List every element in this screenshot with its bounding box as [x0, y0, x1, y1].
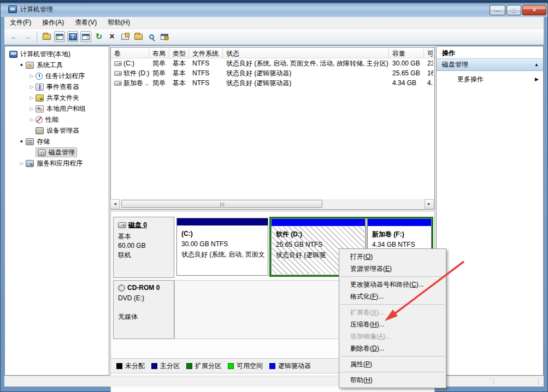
- cdrom-status: 无媒体: [118, 312, 170, 322]
- menu-item-explorer[interactable]: 资源管理器(E): [339, 263, 446, 275]
- cdrom-drive: DVD (E:): [118, 294, 170, 303]
- menu-item-delete-volume[interactable]: 删除卷(D)...: [339, 342, 446, 354]
- submenu-arrow-icon: ▶: [535, 76, 539, 82]
- console-settings-icon[interactable]: [159, 31, 170, 42]
- column-layout[interactable]: 布局: [149, 47, 169, 58]
- tree-item-shared-folders[interactable]: ▷ 共享文件夹: [5, 92, 109, 103]
- extended-swatch: [186, 363, 192, 369]
- collapsed-arrow-icon[interactable]: ▷: [28, 95, 36, 100]
- volume-icon: [114, 61, 122, 66]
- tree-item-local-users-groups[interactable]: ▷ 本地用户和组: [5, 103, 109, 114]
- collapse-icon[interactable]: ▲: [534, 62, 539, 67]
- column-capacity[interactable]: 容量: [389, 47, 424, 58]
- menu-separator: [340, 372, 445, 372]
- properties-icon[interactable]: [120, 31, 131, 42]
- actions-pane: 操作 磁盘管理 ▲ 更多操作 ▶: [436, 46, 544, 376]
- disk0-size: 60.00 GB: [118, 241, 170, 251]
- toolbar-separator: [37, 31, 37, 42]
- logical-drive-swatch: [269, 363, 275, 369]
- tree-item-storage[interactable]: ▲ 存储: [5, 136, 109, 147]
- device-manager-icon: [36, 127, 44, 134]
- volume-row-d[interactable]: 软件 (D:) 简单 基本 NTFS 状态良好 (逻辑驱动器) 25.65 GB…: [111, 68, 434, 78]
- menu-item-format[interactable]: 格式化(F)...: [339, 290, 446, 302]
- maximize-button[interactable]: □: [506, 5, 521, 15]
- expanded-arrow-icon[interactable]: ▲: [18, 139, 26, 144]
- tree-item-device-manager[interactable]: 设备管理器: [5, 125, 109, 136]
- computer-icon: [9, 51, 17, 58]
- volume-icon: [114, 81, 122, 86]
- column-status[interactable]: 状态: [223, 47, 389, 58]
- disk0-status: 联机: [118, 251, 170, 260]
- help-icon[interactable]: ?: [67, 31, 78, 42]
- menu-item-add-mirror: 添加镜像(A)...: [339, 330, 446, 342]
- menu-item-properties[interactable]: 属性(P): [339, 358, 446, 370]
- logical-drive-strip: [272, 219, 365, 226]
- primary-partition-strip: [177, 218, 268, 225]
- tree-item-system-tools[interactable]: ▲ 系统工具: [5, 60, 109, 70]
- scroll-left-icon[interactable]: ◄: [110, 199, 120, 209]
- tree-item-performance[interactable]: ▷ 性能: [5, 114, 109, 125]
- cdrom-info[interactable]: CD-ROM 0 DVD (E:) 无媒体: [113, 280, 174, 339]
- tree-item-disk-management[interactable]: 磁盘管理: [5, 147, 109, 158]
- menu-view[interactable]: 查看(V): [69, 17, 102, 28]
- menu-help[interactable]: 帮助(H): [102, 17, 135, 28]
- menu-separator: [340, 356, 445, 357]
- collapsed-arrow-icon[interactable]: ▷: [28, 73, 36, 79]
- collapsed-arrow-icon[interactable]: ▷: [28, 117, 36, 122]
- tree-item-task-scheduler[interactable]: ▷ 任务计划程序: [5, 70, 109, 81]
- action-pane-toggle-icon[interactable]: [80, 31, 91, 42]
- free-space-swatch: [228, 363, 234, 369]
- close-button[interactable]: ×: [522, 5, 546, 15]
- back-icon[interactable]: ←: [9, 31, 20, 42]
- selected-tree-item: 磁盘管理: [36, 147, 77, 157]
- volume-icon: [114, 71, 122, 76]
- menu-item-extend-volume: 扩展卷(X)...: [339, 306, 446, 318]
- scroll-right-icon[interactable]: ►: [425, 199, 434, 209]
- menu-action[interactable]: 操作(A): [37, 17, 69, 28]
- volume-list-header: 卷 布局 类型 文件系统 状态 容量 可: [111, 47, 434, 58]
- column-type[interactable]: 类型: [169, 47, 189, 58]
- delete-icon[interactable]: ×: [107, 31, 117, 42]
- horizontal-scrollbar[interactable]: ◄ ►: [110, 199, 434, 209]
- scrollbar-thumb[interactable]: [121, 200, 322, 208]
- search-icon[interactable]: [146, 31, 157, 42]
- tree-item-event-viewer[interactable]: ▷ 事件查看器: [5, 81, 109, 92]
- menu-item-change-drive-letter[interactable]: 更改驱动器号和路径(C)...: [339, 278, 446, 290]
- harddisk-icon: [118, 222, 126, 228]
- shared-folder-icon: [36, 94, 44, 102]
- tree-item-computer-management[interactable]: 计算机管理(本地): [5, 49, 109, 60]
- console-tree-toggle-icon[interactable]: [54, 31, 65, 42]
- volume-list: 卷 布局 类型 文件系统 状态 容量 可 (C:) 简单 基本 NTFS 状态良…: [110, 47, 435, 210]
- app-icon: [8, 5, 17, 13]
- show-console-tree-icon[interactable]: [41, 31, 52, 42]
- more-actions-item[interactable]: 更多操作 ▶: [437, 73, 543, 85]
- collapsed-arrow-icon[interactable]: ▷: [18, 161, 26, 166]
- legend-logical-drive: 逻辑驱动器: [269, 361, 311, 371]
- column-volume[interactable]: 卷: [111, 47, 149, 58]
- forward-icon[interactable]: →: [22, 31, 33, 42]
- actions-section-disk-management[interactable]: 磁盘管理 ▲: [437, 58, 543, 71]
- logical-drive-strip: [368, 219, 431, 226]
- partition-c[interactable]: (C:) 30.00 GB NTFS 状态良好 (系统, 启动, 页面文: [176, 218, 268, 276]
- primary-swatch: [151, 363, 157, 369]
- volume-row-c[interactable]: (C:) 简单 基本 NTFS 状态良好 (系统, 启动, 页面文件, 活动, …: [111, 58, 434, 68]
- console-tree: 计算机管理(本地) ▲ 系统工具 ▷ 任务计划程序 ▷ 事件查看器 ▷ 共享文件…: [4, 46, 109, 376]
- menu-bar: 文件(F) 操作(A) 查看(V) 帮助(H): [4, 17, 544, 29]
- minimize-button[interactable]: —: [490, 5, 505, 15]
- collapsed-arrow-icon[interactable]: ▷: [28, 84, 36, 90]
- column-filesystem[interactable]: 文件系统: [189, 47, 223, 58]
- column-free-space[interactable]: 可: [424, 47, 433, 58]
- open-folder-icon[interactable]: [133, 31, 144, 42]
- tree-item-services-applications[interactable]: ▷ 服务和应用程序: [5, 158, 109, 169]
- users-icon: [36, 105, 44, 112]
- disk0-info[interactable]: 磁盘 0 基本 60.00 GB 联机: [113, 217, 174, 278]
- collapsed-arrow-icon[interactable]: ▷: [28, 106, 36, 111]
- menu-file[interactable]: 文件(F): [4, 17, 37, 28]
- expanded-arrow-icon[interactable]: ▲: [18, 63, 26, 68]
- volume-row-f[interactable]: 新加卷 ... 简单 基本 NTFS 状态良好 (逻辑驱动器) 4.34 GB …: [111, 78, 434, 88]
- refresh-icon[interactable]: ↻: [93, 31, 104, 42]
- menu-item-shrink-volume[interactable]: 压缩卷(H)...: [339, 318, 446, 330]
- menu-separator: [340, 276, 445, 277]
- menu-item-open[interactable]: 打开(O): [339, 251, 446, 263]
- menu-item-help[interactable]: 帮助(H): [339, 374, 446, 386]
